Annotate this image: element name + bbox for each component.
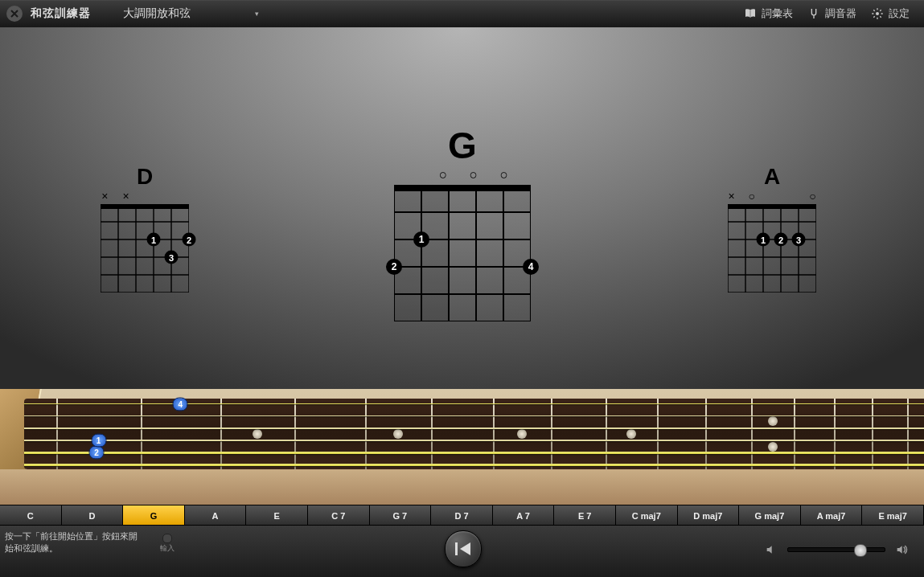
book-icon (744, 7, 757, 20)
chord-name: A (720, 164, 824, 190)
string-marks: ×○○ (720, 190, 824, 203)
chord-cell-dmaj7[interactable]: D maj7 (678, 505, 740, 526)
glossary-button[interactable]: 詞彙表 (744, 6, 793, 21)
tuner-button[interactable]: 調音器 (807, 6, 856, 21)
gear-icon (871, 7, 884, 20)
finger-dot: 2 (183, 233, 196, 247)
finger-dot: 3 (792, 233, 806, 247)
chord-name: D (92, 164, 197, 190)
finger-dot: 2 (774, 233, 788, 247)
fretboard[interactable]: 421 (0, 389, 924, 505)
chord-cell-c7[interactable]: C 7 (308, 505, 370, 526)
go-to-start-icon (454, 541, 472, 557)
chord-cell-gmaj7[interactable]: G maj7 (739, 505, 801, 526)
setup-label: 設定 (889, 6, 910, 21)
lesson-select-label: 大調開放和弦 (123, 6, 191, 21)
chord-cell-d[interactable]: D (62, 505, 124, 526)
finger-dot: 1 (147, 233, 161, 247)
string-marks: ○○○ (382, 167, 543, 183)
volume-knob[interactable] (854, 544, 867, 557)
chord-cell-a[interactable]: A (185, 505, 247, 526)
fret-grid: 1 2 3 (728, 204, 816, 293)
glossary-label: 詞彙表 (762, 6, 793, 21)
chord-diagram-d[interactable]: D ×× 1 2 3 (92, 164, 197, 293)
close-icon (10, 10, 18, 18)
hint-text: 按一下「前往開始位置」按鈕來開始和弦訓練。 (5, 530, 142, 554)
finger-dot: 3 (165, 251, 179, 264)
fret-grid: 1 2 4 (394, 185, 531, 321)
top-bar: 和弦訓練器 大調開放和弦 ▾ 詞彙表 調音器 設定 (0, 0, 924, 28)
input-label: 輸入 (151, 543, 183, 554)
tuner-label: 調音器 (825, 6, 856, 21)
fret-finger-dot: 1 (91, 434, 106, 448)
input-indicator (162, 534, 172, 543)
chord-cell-amaj7[interactable]: A maj7 (801, 505, 863, 526)
speaker-low-icon (765, 543, 778, 556)
fret-finger-dot: 2 (89, 446, 105, 460)
chord-cell-emaj7[interactable]: E maj7 (862, 505, 924, 526)
fret-finger-dot: 4 (173, 398, 188, 411)
finger-dot: 1 (757, 233, 770, 247)
chord-stage: D ×× 1 2 3 G ○○○ (0, 27, 924, 389)
volume-slider[interactable] (787, 547, 885, 552)
chord-diagram-a[interactable]: A ×○○ 1 2 3 (720, 164, 824, 293)
lesson-select[interactable]: 大調開放和弦 ▾ (123, 6, 259, 21)
svg-rect-13 (394, 185, 531, 212)
chevron-down-icon: ▾ (255, 10, 259, 18)
app-title: 和弦訓練器 (31, 6, 91, 21)
volume-control (765, 543, 908, 556)
chord-cell-d7[interactable]: D 7 (431, 505, 493, 526)
chord-cell-cmaj7[interactable]: C maj7 (616, 505, 678, 526)
finger-dot: 1 (413, 231, 429, 248)
speaker-high-icon (895, 543, 908, 556)
finger-dot: 2 (386, 259, 402, 275)
chord-name: G (382, 124, 543, 167)
fretboard-wood (24, 399, 924, 469)
chord-selector-bar: CDGAEC 7G 7D 7A 7E 7C maj7D maj7G maj7A … (0, 505, 924, 526)
fret-grid: 1 2 3 (101, 204, 189, 293)
svg-rect-36 (455, 542, 458, 555)
string-marks: ×× (92, 190, 197, 203)
close-button[interactable] (6, 6, 23, 22)
chord-cell-e[interactable]: E (246, 505, 308, 526)
tuning-fork-icon (807, 7, 820, 20)
chord-cell-c[interactable]: C (0, 505, 62, 526)
chord-cell-e7[interactable]: E 7 (554, 505, 616, 526)
chord-cell-g[interactable]: G (123, 505, 185, 526)
go-to-start-button[interactable] (445, 530, 482, 567)
setup-button[interactable]: 設定 (871, 6, 910, 21)
finger-dot: 4 (523, 259, 539, 275)
chord-cell-a7[interactable]: A 7 (493, 505, 555, 526)
svg-point-0 (876, 12, 879, 15)
bottom-bar: 按一下「前往開始位置」按鈕來開始和弦訓練。 輸入 (0, 526, 924, 577)
chord-cell-g7[interactable]: G 7 (370, 505, 432, 526)
chord-diagram-g[interactable]: G ○○○ 1 2 4 (382, 124, 543, 321)
